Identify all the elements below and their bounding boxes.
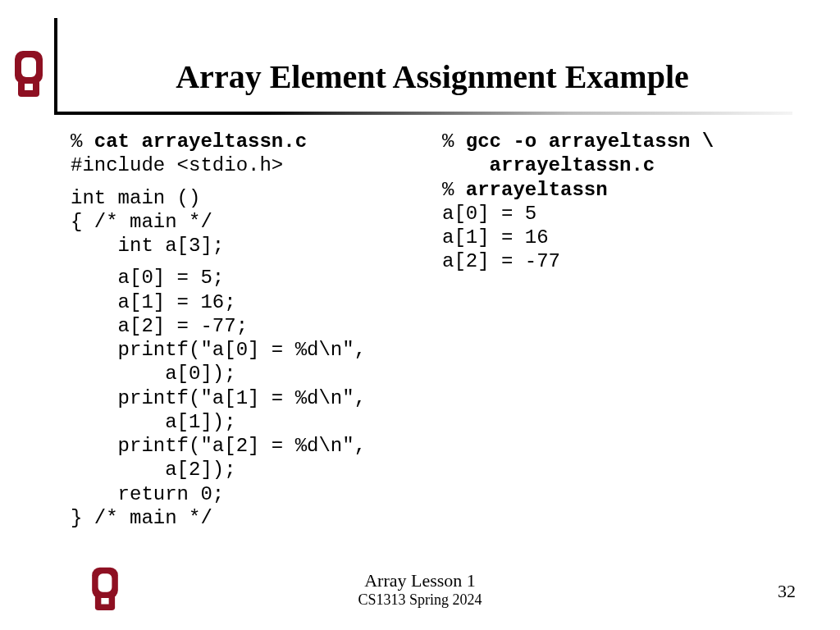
svg-rect-4 xyxy=(18,90,39,97)
code-line: a[0]); xyxy=(71,363,236,385)
ou-logo-icon xyxy=(11,49,46,97)
code-line: { /* main */ xyxy=(71,211,212,233)
code-line: int main () xyxy=(71,187,200,209)
footer-lesson-title: Array Lesson 1 xyxy=(0,570,840,591)
code-line: arrayeltassn.c xyxy=(442,154,655,176)
right-column: % gcc -o arrayeltassn \ arrayeltassn.c %… xyxy=(442,130,799,548)
left-column: % cat arrayeltassn.c #include <stdio.h> … xyxy=(71,130,427,548)
code-line: a[2] = -77; xyxy=(71,315,248,337)
spacer xyxy=(71,178,427,186)
slide-footer: Array Lesson 1 CS1313 Spring 2024 32 xyxy=(0,564,840,610)
body-columns: % cat arrayeltassn.c #include <stdio.h> … xyxy=(71,130,799,548)
slide-title: Array Element Assignment Example xyxy=(57,57,807,96)
svg-rect-1 xyxy=(21,57,36,77)
code-line: } /* main */ xyxy=(71,507,212,529)
code-line: a[1] = 16 xyxy=(442,226,549,249)
code-line: a[1]); xyxy=(71,411,236,433)
code-line: a[0] = 5; xyxy=(71,267,224,289)
code-line: a[0] = 5 xyxy=(442,203,536,225)
code-line: a[2]); xyxy=(71,459,236,481)
slide: Array Element Assignment Example % cat a… xyxy=(0,0,840,630)
footer-course-term: CS1313 Spring 2024 xyxy=(0,591,840,609)
code-line: return 0; xyxy=(71,483,224,505)
code-line: #include <stdio.h> xyxy=(71,154,283,176)
code-line: a[2] = -77 xyxy=(442,250,560,272)
spacer xyxy=(71,258,427,266)
footer-center-text: Array Lesson 1 CS1313 Spring 2024 xyxy=(0,570,840,609)
code-line: % gcc -o arrayeltassn \ xyxy=(442,130,714,153)
page-number: 32 xyxy=(778,581,796,602)
code-line: printf("a[1] = %d\n", xyxy=(71,387,366,409)
code-line: a[1] = 16; xyxy=(71,291,236,313)
code-line: % cat arrayeltassn.c xyxy=(71,130,307,153)
code-line: int a[3]; xyxy=(71,235,224,257)
title-rule-horizontal xyxy=(54,112,792,115)
code-line: % arrayeltassn xyxy=(442,179,608,201)
code-line: printf("a[0] = %d\n", xyxy=(71,339,366,361)
code-line: printf("a[2] = %d\n", xyxy=(71,435,366,457)
